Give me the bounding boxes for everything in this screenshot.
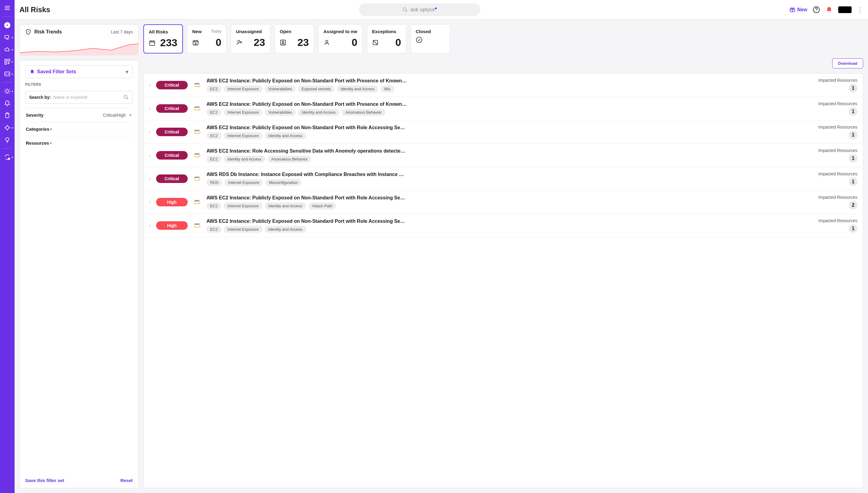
stat-value: 23	[254, 37, 265, 48]
stat-label: New	[192, 29, 202, 34]
logo-icon[interactable]	[2, 20, 13, 31]
nav-apps-icon[interactable]: ▸	[2, 56, 13, 67]
divider	[2, 16, 12, 17]
severity-pill: Critical	[156, 104, 188, 113]
ask-uptycs-search[interactable]: ask uptycs◆	[359, 3, 480, 16]
nav-bell-icon[interactable]	[2, 98, 13, 109]
severity-pill: Critical	[156, 81, 188, 89]
impacted-count: 1	[849, 84, 858, 92]
svg-rect-2	[5, 59, 7, 61]
provider-aws-icon: aws	[193, 199, 201, 205]
impacted-label: Impacted Resources	[819, 125, 858, 129]
accordion-title: Severity	[26, 112, 43, 117]
risk-trends-card[interactable]: Risk Trends Last 7 days	[19, 24, 138, 55]
divider	[2, 82, 12, 83]
risk-tags: EC2Internet ExposureIdentity and AccessA…	[207, 202, 813, 209]
risk-tags: EC2Internet ExposureIdentity and Access	[207, 132, 813, 139]
stat-card-new[interactable]: NewToday0	[187, 24, 227, 53]
svg-rect-17	[193, 40, 198, 45]
saved-filter-sets-dropdown[interactable]: Saved Filter Sets ▾	[25, 65, 133, 78]
provider-aws-icon: aws	[193, 82, 201, 88]
stat-card-assigned-to-me[interactable]: Assigned to me0	[318, 24, 363, 53]
user-avatar[interactable]	[838, 6, 852, 13]
chevron-down-icon: ▼	[49, 141, 52, 145]
reset-filters-button[interactable]: Reset	[120, 478, 133, 483]
svg-rect-4	[5, 62, 7, 64]
filter-resources-accordion[interactable]: Resources▼	[25, 136, 133, 150]
nav-bug-icon[interactable]: ▸	[2, 86, 13, 97]
stat-card-unassigned[interactable]: Unassigned23	[231, 24, 270, 53]
expand-row-icon[interactable]: ›	[149, 200, 151, 205]
risk-tag: Identity and Access	[265, 132, 306, 139]
svg-point-9	[6, 126, 9, 129]
accordion-title: Resources	[26, 141, 49, 146]
stat-card-closed[interactable]: Closed	[411, 24, 450, 53]
risk-tags: EC2Identity and AccessAnomalous Behavior	[207, 156, 813, 163]
filter-categories-accordion[interactable]: Categories▼	[25, 122, 133, 136]
risk-row[interactable]: ›CriticalawsAWS RDS Db Instance: Instanc…	[144, 167, 863, 191]
filter-severity-accordion[interactable]: SeverityCritical/High▼	[25, 108, 133, 122]
risk-row[interactable]: ›CriticalawsAWS EC2 Instance: Publicly E…	[144, 97, 863, 120]
nav-code-icon[interactable]: ▸	[2, 68, 13, 79]
nav-clipboard-icon[interactable]	[2, 110, 13, 121]
risk-row[interactable]: ›CriticalawsAWS EC2 Instance: Publicly E…	[144, 73, 863, 97]
chevron-down-icon: ▼	[129, 113, 132, 117]
hamburger-icon[interactable]	[2, 2, 13, 13]
expand-row-icon[interactable]: ›	[149, 176, 151, 181]
user-box-icon	[280, 39, 287, 46]
filters-section-label: FILTERS	[25, 82, 133, 87]
impacted-count: 1	[849, 131, 858, 139]
stat-value: 233	[160, 37, 177, 49]
risk-tag: Identity and Access	[298, 109, 339, 116]
risk-row[interactable]: ›CriticalawsAWS EC2 Instance: Publicly E…	[144, 120, 863, 144]
expand-row-icon[interactable]: ›	[149, 106, 151, 111]
bookmark-icon	[30, 69, 35, 74]
risk-row[interactable]: ›HighawsAWS EC2 Instance: Publicly Expos…	[144, 191, 863, 214]
risk-tag: Misconfiguration	[266, 179, 302, 186]
nav-endpoint-icon[interactable]: ▸	[2, 32, 13, 43]
impacted-count: 1	[849, 107, 858, 116]
expand-row-icon[interactable]: ›	[149, 223, 151, 228]
risk-trends-sparkline	[20, 43, 138, 55]
expand-row-icon[interactable]: ›	[149, 83, 151, 88]
provider-aws-icon: aws	[193, 153, 201, 158]
risk-tag: Anomalous Behavior	[342, 109, 385, 116]
stat-label: Assigned to me	[323, 29, 358, 34]
stat-card-exceptions[interactable]: Exceptions0	[367, 24, 406, 53]
notification-bell-icon[interactable]	[825, 6, 833, 13]
risk-tag: Internet Exposure	[224, 132, 262, 139]
search-icon	[123, 94, 129, 100]
risk-tag: Vulnerabiities	[265, 85, 296, 92]
expand-row-icon[interactable]: ›	[149, 129, 151, 134]
nav-sync-settings-icon[interactable]: ▸	[2, 152, 13, 163]
help-icon[interactable]	[813, 6, 820, 13]
stat-value: 0	[395, 37, 401, 48]
nav-cloud-icon[interactable]: ▸	[2, 44, 13, 55]
new-button[interactable]: New	[789, 7, 807, 13]
risk-trends-period: Last 7 days	[111, 29, 133, 34]
risk-tag: Internet Exposure	[224, 109, 262, 116]
more-menu-icon[interactable]: ⋮	[857, 6, 863, 13]
stats-row: All Risks233NewToday0Unassigned23Open23A…	[143, 24, 863, 53]
stat-sublabel: Today	[211, 29, 222, 34]
risk-tag: EC2	[207, 132, 222, 139]
risk-title: AWS RDS Db Instance: Instance Exposed wi…	[207, 172, 813, 177]
stat-card-open[interactable]: Open23	[275, 24, 314, 53]
provider-aws-icon: aws	[193, 176, 201, 182]
risk-row[interactable]: ›CriticalawsAWS EC2 Instance: Role Acces…	[144, 144, 863, 167]
search-icon	[403, 7, 408, 13]
nav-idea-icon[interactable]	[2, 134, 13, 145]
filter-search-input[interactable]	[53, 95, 121, 100]
top-bar: All Risks ask uptycs◆ New	[15, 0, 868, 19]
save-filter-set-button[interactable]: Save this filter set	[25, 478, 64, 483]
download-button[interactable]: Download	[832, 58, 863, 68]
svg-rect-1	[5, 36, 9, 38]
calendar-icon	[149, 40, 156, 46]
risk-list: ›CriticalawsAWS EC2 Instance: Publicly E…	[143, 73, 863, 488]
stat-card-all-risks[interactable]: All Risks233	[143, 24, 183, 53]
nav-target-icon[interactable]: ▸	[2, 122, 13, 133]
expand-row-icon[interactable]: ›	[149, 153, 151, 158]
stat-value: 23	[297, 37, 309, 48]
risk-row[interactable]: ›HighawsAWS EC2 Instance: Publicly Expos…	[144, 214, 863, 237]
chevron-down-icon: ▼	[49, 127, 53, 131]
